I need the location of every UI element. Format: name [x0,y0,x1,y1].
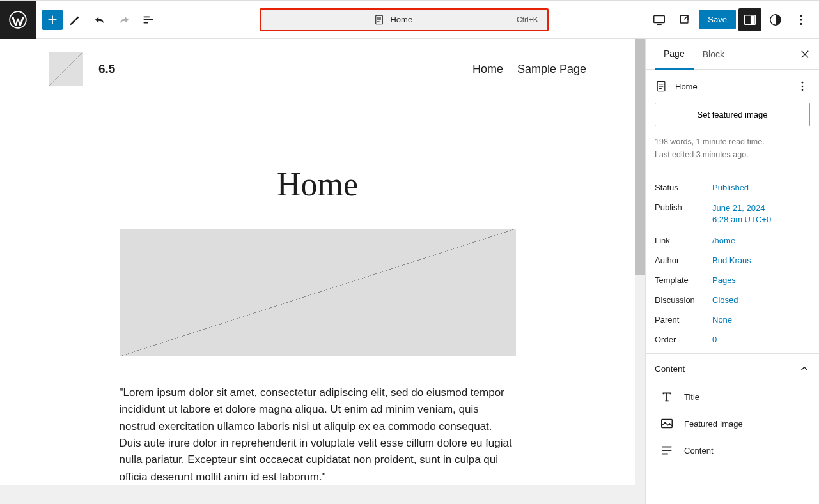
command-center-shortcut: Ctrl+K [517,15,538,24]
title-icon [660,390,674,404]
chevron-up-icon [799,363,810,374]
svg-point-14 [800,22,802,24]
link-value[interactable]: /home [712,236,735,245]
parent-value[interactable]: None [712,315,732,325]
page-icon [373,14,385,26]
content-item-title[interactable]: Title [655,383,810,410]
svg-rect-27 [662,454,668,455]
tools-button[interactable] [64,8,87,31]
svg-point-13 [800,19,802,20]
page-icon [655,80,667,93]
nav-sample-page[interactable]: Sample Page [517,63,586,76]
status-label: Status [655,183,712,192]
view-button[interactable] [648,8,671,31]
featured-image-placeholder[interactable] [120,229,516,356]
link-label: Link [655,236,712,245]
document-overview-button[interactable] [137,8,160,31]
tab-block[interactable]: Block [694,39,733,69]
svg-rect-25 [662,447,672,448]
svg-point-22 [802,86,804,88]
author-value[interactable]: Bud Kraus [712,256,751,265]
svg-point-23 [802,89,804,91]
svg-point-12 [800,15,802,17]
close-icon [799,49,811,60]
settings-sidebar-toggle[interactable] [738,8,761,31]
last-edited-text: Last edited 3 minutes ago. [655,148,810,161]
author-label: Author [655,256,712,265]
set-featured-image-button[interactable]: Set featured image [655,103,810,126]
nav-home[interactable]: Home [472,63,503,76]
paragraph-block[interactable]: "Lorem ipsum dolor sit amet, consectetur… [120,385,516,485]
site-nav: Home Sample Page [472,63,586,76]
parent-label: Parent [655,315,712,325]
content-item-content[interactable]: Content [655,437,810,464]
publish-value[interactable]: June 21, 20246:28 am UTC+0 [712,202,771,225]
site-logo-placeholder[interactable] [49,52,83,86]
content-icon [660,443,674,457]
discussion-label: Discussion [655,295,712,305]
tab-page[interactable]: Page [655,40,694,70]
redo-button[interactable] [113,8,136,31]
settings-sidebar: Page Block Home Set featured image 198 w… [645,39,819,504]
content-item-featured-image[interactable]: Featured Image [655,410,810,437]
preview-button[interactable] [673,8,696,31]
svg-rect-10 [751,15,754,24]
styles-button[interactable] [764,8,787,31]
page-title[interactable]: Home [0,99,635,229]
options-button[interactable] [790,8,813,31]
order-value[interactable]: 0 [712,335,717,344]
discussion-value[interactable]: Closed [712,295,738,305]
publish-label: Publish [655,202,712,225]
save-button[interactable]: Save [699,10,736,29]
sidebar-doc-title: Home [675,82,698,91]
svg-rect-26 [662,450,672,451]
add-block-button[interactable] [42,10,63,30]
image-icon [660,416,674,431]
site-header: 6.5 Home Sample Page [0,39,635,99]
svg-point-21 [802,82,804,84]
command-center-title: Home [390,15,412,24]
canvas-scrollbar[interactable] [635,39,645,504]
wordpress-logo[interactable] [0,1,36,39]
content-panel-header[interactable]: Content [646,353,819,383]
svg-line-8 [685,15,689,19]
svg-rect-5 [654,15,665,22]
site-title[interactable]: 6.5 [98,62,115,76]
editor-canvas-wrap: 6.5 Home Sample Page Home "Lorem ipsum d… [0,39,645,504]
undo-button[interactable] [88,8,111,31]
editor-canvas[interactable]: 6.5 Home Sample Page Home "Lorem ipsum d… [0,39,635,504]
word-count-text: 198 words, 1 minute read time. [655,135,810,148]
editor-toolbar: Home Ctrl+K Save [0,1,819,39]
template-label: Template [655,275,712,285]
order-label: Order [655,335,712,344]
doc-actions-button[interactable] [795,79,810,94]
template-value[interactable]: Pages [712,275,736,285]
close-sidebar-button[interactable] [796,45,814,63]
status-value[interactable]: Published [712,183,749,192]
command-center[interactable]: Home Ctrl+K [260,8,549,31]
